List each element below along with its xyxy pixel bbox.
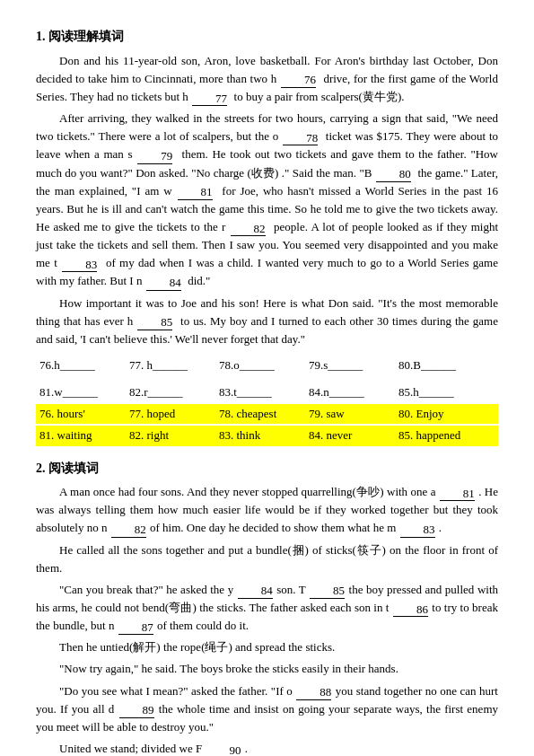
section2-para5: "Now try again," he said. The boys broke… xyxy=(36,660,498,678)
section2-para2: He called all the sons together and put … xyxy=(36,541,498,577)
section1-para2: After arriving, they walked in the stree… xyxy=(36,110,498,290)
section2-para7: United we stand; divided we F 90 . xyxy=(36,740,498,756)
section1-title: 1. 阅读理解填词 xyxy=(36,27,498,47)
answer-84: 84. never xyxy=(305,426,395,445)
answer-83: 83. think xyxy=(215,426,305,445)
section2-para4: Then he untied(解开) the rope(绳子) and spre… xyxy=(36,638,498,656)
section2: 2. 阅读填词 A man once had four sons. And th… xyxy=(36,459,498,757)
answer-81: 81. waiting xyxy=(36,426,126,445)
section1-para3: How important it was to Joe and his son!… xyxy=(36,294,498,348)
section1: 1. 阅读理解填词 Don and his 11-year-old son, A… xyxy=(36,27,498,446)
answer-79: 79. saw xyxy=(305,404,395,424)
section1-answer-row2: 81. waiting 82. right 83. think 84. neve… xyxy=(36,426,498,445)
section1-answer-row1: 76. hours' 77. hoped 78. cheapest 79. sa… xyxy=(36,404,498,424)
answer-80: 80. Enjoy xyxy=(395,404,485,424)
section2-para1: A man once had four sons. And they never… xyxy=(36,483,498,537)
answer-78: 78. cheapest xyxy=(215,404,305,424)
answer-82: 82. right xyxy=(126,426,215,445)
answer-85: 85. happened xyxy=(395,426,485,445)
section2-para6: "Do you see what I mean?" asked the fath… xyxy=(36,682,498,736)
section1-blanks-row1: 76.h______ 77. h______ 78.o______ 79.s__… xyxy=(36,356,498,375)
section2-para3: "Can you break that?" he asked the y 84 … xyxy=(36,581,498,635)
answer-77: 77. hoped xyxy=(126,404,215,424)
answer-76: 76. hours' xyxy=(36,404,126,424)
section1-para1: Don and his 11-year-old son, Aron, love … xyxy=(36,52,498,106)
section2-title: 2. 阅读填词 xyxy=(36,459,498,479)
section1-blanks-row2: 81.w______ 82.r______ 83.t______ 84.n___… xyxy=(36,382,498,402)
